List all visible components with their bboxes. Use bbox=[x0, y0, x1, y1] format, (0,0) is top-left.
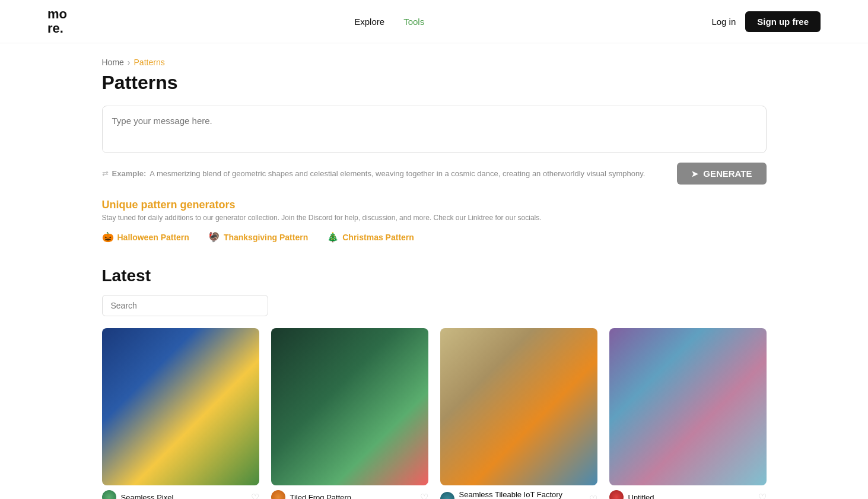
example-value: A mesmerizing blend of geometric shapes … bbox=[150, 169, 645, 178]
pattern-image bbox=[440, 328, 597, 485]
thanksgiving-label: Thanksgiving Pattern bbox=[224, 233, 308, 242]
halloween-pattern-link[interactable]: 🎃 Halloween Pattern bbox=[102, 231, 189, 243]
heart-icon[interactable]: ♡ bbox=[251, 492, 259, 499]
pattern-image bbox=[609, 328, 767, 485]
example-row: ⇄ Example: A mesmerizing blend of geomet… bbox=[102, 163, 767, 185]
thanksgiving-icon: 🦃 bbox=[208, 231, 220, 243]
nav-tools[interactable]: Tools bbox=[403, 17, 424, 27]
pattern-name: Seamless Pixel bbox=[121, 493, 174, 499]
pattern-card[interactable]: Untitled ♡ bbox=[609, 328, 767, 499]
pattern-links: 🎃 Halloween Pattern 🦃 Thanksgiving Patte… bbox=[102, 231, 767, 243]
main-content: Home › Patterns Patterns ⇄ Example: A me… bbox=[90, 43, 778, 499]
breadcrumb-separator: › bbox=[128, 58, 131, 67]
pattern-meta: Seamless Pixel ♡ bbox=[102, 490, 259, 499]
pattern-image bbox=[102, 328, 259, 485]
page-title: Patterns bbox=[102, 72, 767, 94]
pattern-meta: Seamless Tileable IoT Factory Pattern ♡ bbox=[440, 490, 597, 499]
logo: mo re. bbox=[47, 7, 67, 36]
search-input[interactable] bbox=[102, 295, 268, 316]
main-nav: Explore Tools bbox=[354, 17, 424, 27]
pattern-image bbox=[271, 328, 428, 485]
pattern-card[interactable]: Tiled Frog Pattern ♡ bbox=[271, 328, 428, 499]
heart-icon[interactable]: ♡ bbox=[420, 492, 428, 499]
pattern-name: Untitled bbox=[628, 493, 654, 499]
send-icon: ➤ bbox=[691, 169, 698, 179]
pattern-card[interactable]: Seamless Tileable IoT Factory Pattern ♡ bbox=[440, 328, 597, 499]
avatar bbox=[102, 490, 116, 499]
login-button[interactable]: Log in bbox=[711, 17, 736, 27]
unique-section-subtitle: Stay tuned for daily additions to our ge… bbox=[102, 214, 767, 222]
unique-section-title: Unique pattern generators bbox=[102, 199, 767, 211]
pattern-info: Tiled Frog Pattern bbox=[271, 490, 352, 499]
pattern-info: Seamless Tileable IoT Factory Pattern bbox=[440, 490, 589, 499]
heart-icon[interactable]: ♡ bbox=[589, 494, 597, 499]
pattern-info: Untitled bbox=[609, 490, 654, 499]
pattern-meta: Tiled Frog Pattern ♡ bbox=[271, 490, 428, 499]
pattern-name: Seamless Tileable IoT Factory Pattern bbox=[459, 490, 589, 499]
halloween-icon: 🎃 bbox=[102, 231, 114, 243]
christmas-label: Christmas Pattern bbox=[342, 233, 414, 242]
heart-icon[interactable]: ♡ bbox=[758, 492, 767, 499]
example-text: ⇄ Example: A mesmerizing blend of geomet… bbox=[102, 169, 646, 178]
signup-button[interactable]: Sign up free bbox=[745, 11, 821, 32]
latest-title: Latest bbox=[102, 266, 767, 285]
generate-label: GENERATE bbox=[703, 169, 752, 179]
pattern-meta: Untitled ♡ bbox=[609, 490, 767, 499]
christmas-icon: 🎄 bbox=[327, 231, 339, 243]
pattern-card[interactable]: Seamless Pixel ♡ bbox=[102, 328, 259, 499]
pattern-info: Seamless Pixel bbox=[102, 490, 174, 499]
avatar bbox=[271, 490, 285, 499]
halloween-label: Halloween Pattern bbox=[117, 233, 189, 242]
shuffle-icon: ⇄ bbox=[102, 169, 109, 178]
avatar bbox=[609, 490, 624, 499]
pattern-name: Tiled Frog Pattern bbox=[290, 493, 352, 499]
prompt-textarea[interactable] bbox=[102, 106, 767, 153]
avatar bbox=[440, 492, 454, 499]
christmas-pattern-link[interactable]: 🎄 Christmas Pattern bbox=[327, 231, 414, 243]
nav-explore[interactable]: Explore bbox=[354, 17, 384, 27]
generate-button[interactable]: ➤ GENERATE bbox=[677, 163, 766, 185]
example-label: Example: bbox=[112, 169, 147, 178]
breadcrumb-current: Patterns bbox=[134, 58, 165, 67]
header: mo re. Explore Tools Log in Sign up free bbox=[0, 0, 868, 43]
thanksgiving-pattern-link[interactable]: 🦃 Thanksgiving Pattern bbox=[208, 231, 308, 243]
breadcrumb: Home › Patterns bbox=[102, 58, 767, 67]
header-actions: Log in Sign up free bbox=[711, 11, 821, 32]
patterns-grid: Seamless Pixel ♡ Tiled Frog Pattern ♡ Se… bbox=[102, 328, 767, 499]
breadcrumb-home[interactable]: Home bbox=[102, 58, 124, 67]
